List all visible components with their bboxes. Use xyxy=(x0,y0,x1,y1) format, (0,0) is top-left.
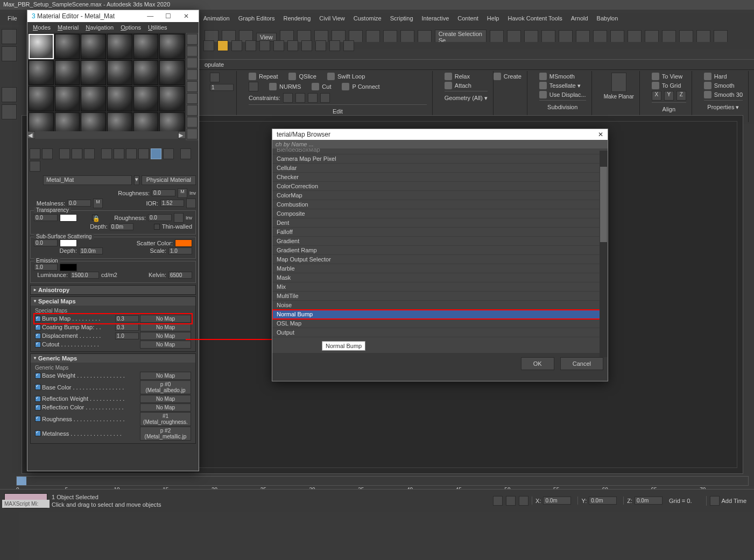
bump-map-spinner[interactable]: 0.3 xyxy=(115,315,139,322)
menu-babylon[interactable]: Babylon xyxy=(597,15,618,23)
video-color-icon[interactable] xyxy=(187,81,198,92)
tb2-3[interactable] xyxy=(231,40,242,51)
smooth30-button[interactable]: Smooth 30 xyxy=(704,91,743,98)
roughness-map-button[interactable]: #1 (Metal_roughness. xyxy=(140,412,191,426)
mat-map-nav-icon[interactable] xyxy=(187,129,198,139)
go-sibling-icon[interactable] xyxy=(30,161,40,172)
map-item-cellular[interactable]: Cellular xyxy=(272,164,608,173)
make-copy-icon[interactable] xyxy=(101,148,112,159)
select-by-mat-icon[interactable] xyxy=(187,117,198,127)
repeat-button[interactable]: Repeat xyxy=(249,73,278,80)
me-menu-modes[interactable]: Modes xyxy=(33,24,51,31)
sample-slot-13[interactable] xyxy=(55,86,80,111)
maximize-icon[interactable]: ☐ xyxy=(160,12,177,20)
sample-slot-2[interactable] xyxy=(81,34,106,59)
constraint-normal-icon[interactable] xyxy=(320,93,330,103)
menu-content[interactable]: Content xyxy=(457,15,478,23)
sample-uv-icon[interactable] xyxy=(187,69,198,80)
anisotropy-rollout[interactable]: Anisotropy xyxy=(31,286,195,294)
close-icon[interactable]: ✕ xyxy=(178,12,194,20)
populate-tab[interactable]: opulate xyxy=(199,60,229,69)
roughness-m-btn[interactable]: M xyxy=(178,188,187,198)
minimize-icon[interactable]: — xyxy=(142,12,158,20)
lt-btn-2[interactable] xyxy=(2,46,17,61)
me-menu-utilities[interactable]: Utilities xyxy=(148,24,167,31)
map-item-marble[interactable]: Marble xyxy=(272,264,608,273)
tb2-8[interactable] xyxy=(301,40,312,51)
reset-icon[interactable] xyxy=(72,148,82,159)
scatter-color-swatch[interactable] xyxy=(175,239,192,247)
sample-slot-5[interactable] xyxy=(159,34,185,59)
sample-slot-0[interactable] xyxy=(29,34,54,59)
lt-btn-3[interactable] xyxy=(2,87,17,102)
pconnect-button[interactable]: P Connect xyxy=(342,82,379,91)
tessellate-button[interactable]: Tessellate ▾ xyxy=(539,82,586,89)
map-item-multitile[interactable]: MultiTile xyxy=(272,292,608,301)
smooth-button[interactable]: Smooth xyxy=(704,82,743,89)
map-item-cameramappp[interactable]: Camera Map Per Pixel xyxy=(272,154,608,164)
sample-slot-1[interactable] xyxy=(55,34,80,59)
z-coord-input[interactable] xyxy=(635,497,663,505)
pick-icon[interactable] xyxy=(30,175,41,185)
map-browser-scrollbar[interactable] xyxy=(600,151,608,357)
sss-depth-spinner[interactable]: 10.0m xyxy=(79,247,103,254)
refl-weight-map-button[interactable]: No Map xyxy=(140,395,191,403)
menu-havok[interactable]: Havok Content Tools xyxy=(508,15,562,23)
sample-type-icon[interactable] xyxy=(187,34,198,45)
menu-scripting[interactable]: Scripting xyxy=(390,15,413,23)
me-menu-options[interactable]: Options xyxy=(121,24,141,31)
metalness-m-btn[interactable]: M xyxy=(93,199,103,208)
menu-graph-editors[interactable]: Graph Editors xyxy=(238,15,275,23)
me-menu-material[interactable]: Material xyxy=(58,24,79,31)
menu-customize[interactable]: Customize xyxy=(354,15,382,23)
cancel-button[interactable]: Cancel xyxy=(560,357,603,370)
map-item-checker[interactable]: Checker xyxy=(272,173,608,182)
addtime-icon[interactable] xyxy=(710,496,720,506)
background-icon[interactable] xyxy=(187,58,198,68)
map-item-mapoutput[interactable]: Map Output Selector xyxy=(272,255,608,264)
make-planar-icon[interactable] xyxy=(611,73,626,92)
get-material-icon[interactable] xyxy=(30,148,40,159)
kelvin-spinner[interactable]: 6500 xyxy=(168,272,192,279)
luminance-spinner[interactable]: 1500.0 xyxy=(70,272,99,279)
sample-slot-15[interactable] xyxy=(107,86,132,111)
close-icon[interactable]: ✕ xyxy=(598,131,603,138)
map-item-output[interactable]: Output xyxy=(272,328,608,337)
tb2-1[interactable] xyxy=(203,40,214,51)
metalness-spinner[interactable]: 0.0 xyxy=(67,200,91,207)
show-in-viewport-icon[interactable] xyxy=(151,148,161,159)
use-displace-button[interactable]: Use Displac... xyxy=(539,91,586,98)
menu-help[interactable]: Help xyxy=(487,15,499,23)
sample-slot-3[interactable] xyxy=(107,34,132,59)
map-item-normalbump[interactable]: Normal Bump xyxy=(272,310,608,319)
menu-arnold[interactable]: Arnold xyxy=(571,15,588,23)
map-item-noise[interactable]: Noise xyxy=(272,301,608,310)
constraint-none-icon[interactable] xyxy=(283,93,293,103)
relax-button[interactable]: Relax xyxy=(445,73,488,80)
create-button[interactable]: Create xyxy=(494,73,522,80)
align-z-button[interactable]: Z xyxy=(677,91,686,101)
tb2-9[interactable] xyxy=(315,40,326,51)
emission-spinner[interactable]: 1.0 xyxy=(34,264,58,271)
align-x-button[interactable]: X xyxy=(652,91,661,101)
timeline-slider-handle[interactable] xyxy=(17,477,26,485)
sample-slot-6[interactable] xyxy=(29,60,54,86)
map-item-colorcorrection[interactable]: ColorCorrection xyxy=(272,182,608,191)
map-browser-search[interactable]: ch by Name ... xyxy=(272,140,608,148)
constraint-edge-icon[interactable] xyxy=(295,93,305,103)
edge-mode-icon[interactable] xyxy=(210,73,220,82)
menu-civil-view[interactable]: Civil View xyxy=(319,15,344,23)
sample-slot-12[interactable] xyxy=(29,86,54,111)
base-weight-map-button[interactable]: No Map xyxy=(140,372,191,380)
me-menu-navigation[interactable]: Navigation xyxy=(86,24,114,31)
bump-map-button[interactable]: No Map xyxy=(140,315,191,323)
sample-slot-10[interactable] xyxy=(133,60,159,86)
refl-color-map-button[interactable]: No Map xyxy=(140,403,191,412)
lt-btn-1[interactable] xyxy=(2,29,17,44)
special-maps-rollout[interactable]: Special Maps xyxy=(31,297,195,306)
map-item-composite[interactable]: Composite xyxy=(272,209,608,218)
cutout-button[interactable]: No Map xyxy=(140,341,191,349)
menu-interactive[interactable]: Interactive xyxy=(422,15,449,23)
map-item-dent[interactable]: Dent xyxy=(272,218,608,228)
put-to-scene-icon[interactable] xyxy=(42,148,53,159)
